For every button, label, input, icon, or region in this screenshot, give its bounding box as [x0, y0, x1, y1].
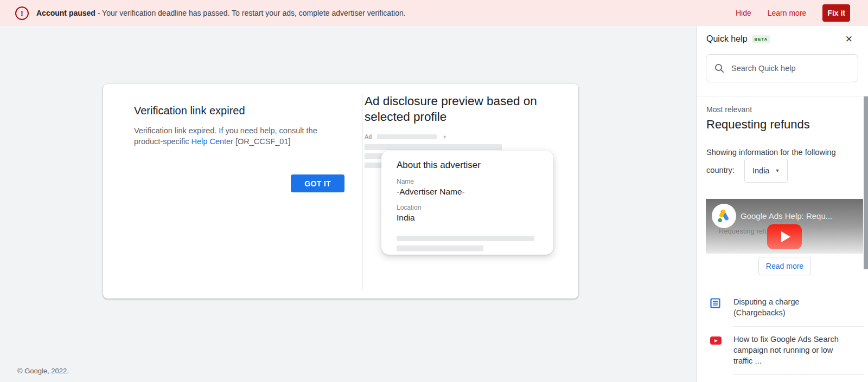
video-thumbnail[interactable]: Google Ads Help: Requ... Requesting refu… — [706, 199, 863, 254]
banner-message: Account paused - Your verification deadl… — [36, 9, 406, 17]
play-icon — [781, 231, 790, 242]
list-item[interactable]: Unauthorized Google Ads — [706, 375, 864, 382]
list-item[interactable]: How to fix Google Ads Search campaign no… — [706, 327, 864, 374]
skeleton-bar — [365, 144, 502, 150]
sidebar-scrollbar[interactable] — [864, 96, 868, 269]
search-icon — [714, 63, 725, 74]
banner-title: Account paused — [36, 9, 95, 17]
alert-glyph: ! — [21, 9, 23, 18]
location-label: Location — [397, 204, 538, 211]
quick-help-title: Quick help — [706, 34, 748, 44]
article-icon — [710, 298, 722, 308]
learn-more-link[interactable]: Learn more — [768, 9, 807, 17]
verification-dialog-card: Verification link expired Verification l… — [103, 84, 578, 299]
hide-link[interactable]: Hide — [736, 9, 751, 17]
panel-divider — [697, 96, 868, 96]
ad-label: Ad — [365, 134, 372, 140]
banner-actions: Hide Learn more Fix it — [736, 0, 850, 26]
dialog-body-code: [OR_CCSF_01] — [233, 137, 291, 146]
skeleton-bar — [397, 236, 534, 241]
help-center-link[interactable]: Help Center — [192, 137, 233, 146]
location-value: India — [397, 213, 538, 223]
close-icon[interactable]: ✕ — [845, 35, 853, 44]
play-button[interactable] — [767, 224, 802, 249]
list-item-label: How to fix Google Ads Search campaign no… — [733, 334, 847, 366]
country-sentence: Showing information for the following co… — [706, 146, 861, 183]
alert-circle-icon: ! — [15, 7, 29, 20]
fix-it-button[interactable]: Fix it — [822, 4, 850, 22]
youtube-icon — [710, 335, 722, 345]
video-title: Google Ads Help: Requ... — [741, 211, 832, 221]
google-ads-logo — [712, 204, 736, 228]
card-divider — [362, 94, 363, 290]
about-card-title: About this advertiser — [397, 160, 538, 171]
dialog-title: Verification link expired — [134, 105, 245, 117]
country-value: India — [752, 165, 769, 177]
preview-title: Ad disclosure preview based on selected … — [365, 93, 546, 125]
main-content: Verification link expired Verification l… — [0, 26, 696, 382]
skeleton-bar — [397, 245, 483, 251]
chevron-down-icon: ▼ — [775, 165, 780, 177]
got-it-button[interactable]: GOT IT — [291, 174, 344, 192]
list-item-label: Disputing a charge (Chargebacks) — [733, 296, 847, 318]
skeleton-bar — [377, 134, 437, 139]
chevron-down-icon: ▼ — [442, 134, 447, 140]
google-ads-page: ! Account paused - Your verification dea… — [0, 0, 868, 382]
quick-help-search[interactable] — [706, 54, 858, 82]
read-more-button[interactable]: Read more — [758, 257, 811, 275]
copyright-text: © Google, 2022. — [17, 367, 69, 375]
name-label: Name — [397, 178, 538, 185]
list-item[interactable]: Disputing a charge (Chargebacks) — [706, 289, 864, 326]
most-relevant-label: Most relevant — [706, 105, 752, 114]
article-list: Disputing a charge (Chargebacks) How to … — [706, 289, 864, 382]
skeleton-ad-row: Ad ▼ — [365, 134, 447, 140]
search-input[interactable] — [731, 64, 840, 73]
dialog-body: Verification link expired. If you need h… — [134, 125, 327, 147]
name-value: -Advertiser Name- — [397, 187, 538, 197]
beta-badge: BETA — [752, 35, 770, 43]
topic-title: Requesting refunds — [706, 118, 810, 132]
quick-help-panel: Quick help BETA ✕ Most relevant Requesti… — [696, 26, 868, 382]
quick-help-header: Quick help BETA ✕ — [706, 34, 853, 44]
account-paused-banner: ! Account paused - Your verification dea… — [0, 0, 868, 26]
country-dropdown[interactable]: India ▼ — [744, 159, 788, 183]
about-advertiser-card: About this advertiser Name -Advertiser N… — [381, 151, 553, 255]
banner-message-text: - Your verification deadline has passed.… — [95, 9, 406, 17]
